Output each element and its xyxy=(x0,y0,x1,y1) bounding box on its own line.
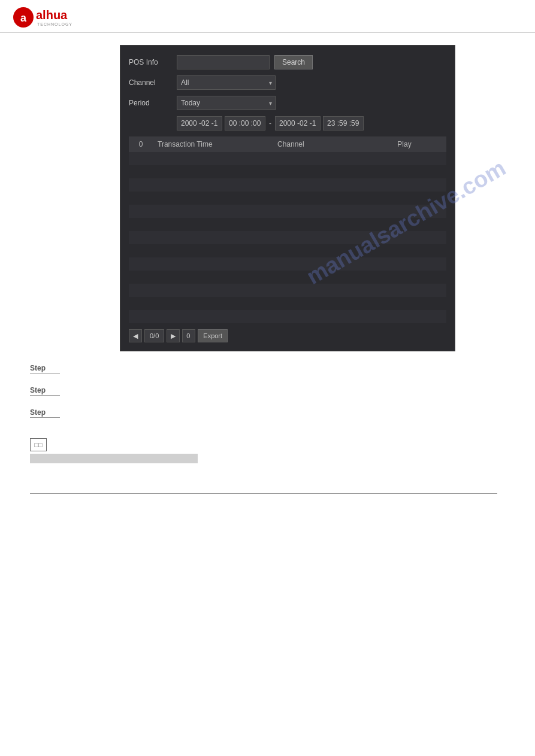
pagination-row: ◀ 0/0 ▶ 0 Export xyxy=(129,329,446,342)
channel-label: Channel xyxy=(129,78,177,87)
pos-table-header: 0 Transaction Time Channel Play xyxy=(129,136,446,152)
pos-info-input[interactable] xyxy=(177,55,270,69)
table-row xyxy=(129,257,446,271)
end-time-input[interactable] xyxy=(323,116,364,130)
page-info: 0/0 xyxy=(144,329,164,342)
svg-text:a: a xyxy=(20,12,27,24)
table-row xyxy=(129,152,446,165)
table-row xyxy=(129,284,446,297)
step-section-3: Step xyxy=(30,408,491,420)
dahua-logo-icon: a xyxy=(12,6,35,29)
logo-text: alhua xyxy=(36,8,67,22)
start-date-input[interactable] xyxy=(177,116,222,130)
step-section-1: Step xyxy=(30,363,491,376)
col-play: Play xyxy=(362,136,446,152)
bottom-divider xyxy=(30,493,497,494)
header: a alhua TECHNOLOGY xyxy=(0,0,535,33)
step-section-2: Step xyxy=(30,385,491,398)
table-row xyxy=(129,310,446,323)
pos-table: 0 Transaction Time Channel Play xyxy=(129,136,446,323)
pos-info-row: POS Info Search xyxy=(129,55,446,69)
period-select[interactable]: Today xyxy=(177,96,276,110)
period-row: Period Today xyxy=(129,96,446,110)
page-count: 0 xyxy=(182,329,195,342)
channel-select-wrapper: All xyxy=(177,75,276,90)
pos-table-body xyxy=(129,152,446,323)
col-transaction-time: Transaction Time xyxy=(153,136,273,152)
table-row xyxy=(129,178,446,192)
table-row xyxy=(129,271,446,284)
export-button[interactable]: Export xyxy=(198,329,228,342)
period-select-wrapper: Today xyxy=(177,96,276,110)
main-content: POS Info Search Channel All Period Today xyxy=(0,33,535,506)
pos-info-label: POS Info xyxy=(129,58,177,66)
col-channel: Channel xyxy=(273,136,362,152)
step-label-1: Step xyxy=(30,364,60,374)
logo: a alhua TECHNOLOGY xyxy=(12,6,72,29)
search-button[interactable]: Search xyxy=(274,55,313,69)
logo-sub: TECHNOLOGY xyxy=(37,22,72,26)
pos-table-header-row: 0 Transaction Time Channel Play xyxy=(129,136,446,152)
period-label: Period xyxy=(129,99,177,107)
start-time-input[interactable] xyxy=(225,116,265,130)
end-date-input[interactable] xyxy=(275,116,321,130)
pos-panel: POS Info Search Channel All Period Today xyxy=(120,45,455,351)
table-row xyxy=(129,218,446,231)
datetime-row: - xyxy=(177,116,446,130)
table-row xyxy=(129,297,446,310)
prev-page-button[interactable]: ◀ xyxy=(129,329,142,342)
table-row xyxy=(129,165,446,178)
step-label-3: Step xyxy=(30,408,60,418)
table-row xyxy=(129,231,446,244)
table-row xyxy=(129,205,446,218)
table-row xyxy=(129,244,446,257)
channel-select[interactable]: All xyxy=(177,75,276,90)
note-icon: □□ xyxy=(30,438,47,451)
table-row xyxy=(129,192,446,205)
date-range-separator: - xyxy=(269,119,271,127)
channel-row: Channel All xyxy=(129,75,446,90)
text-section: Step Step Step □□ xyxy=(24,363,491,494)
next-page-button[interactable]: ▶ xyxy=(167,329,180,342)
note-section: □□ xyxy=(30,438,491,463)
note-bar xyxy=(30,454,198,463)
step-label-2: Step xyxy=(30,386,60,396)
col-number: 0 xyxy=(129,136,153,152)
